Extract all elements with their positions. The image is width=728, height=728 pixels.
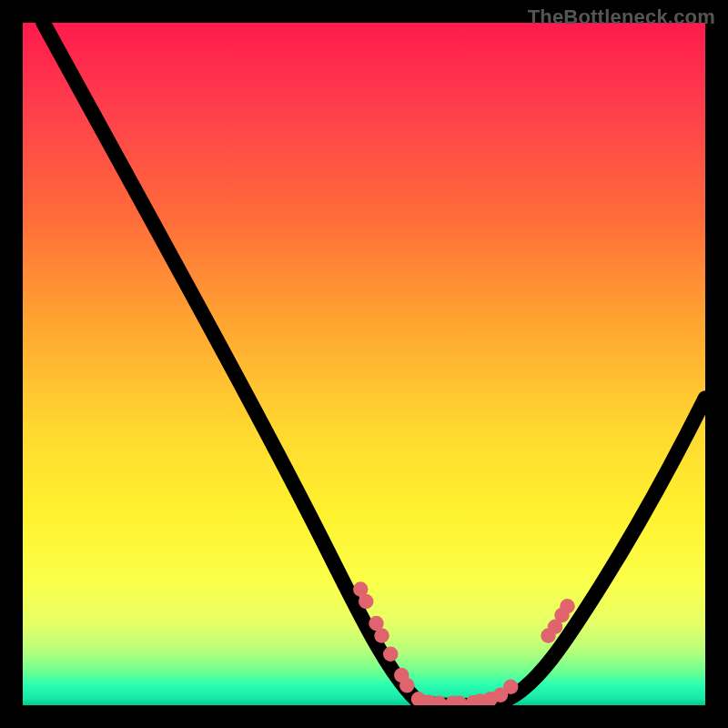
curve-marker: [399, 678, 415, 693]
curve-marker: [374, 628, 389, 642]
curve-marker: [383, 647, 399, 662]
chart-frame: TheBottleneck.com: [0, 0, 728, 728]
marker-group: [353, 581, 575, 705]
watermark-text: TheBottleneck.com: [528, 5, 715, 29]
curve-marker: [560, 599, 574, 614]
plot-area: [23, 23, 705, 705]
curve-marker: [503, 680, 519, 694]
curve-marker: [359, 594, 374, 609]
bottleneck-curve-path: [44, 23, 706, 705]
curve-svg: [23, 23, 705, 705]
